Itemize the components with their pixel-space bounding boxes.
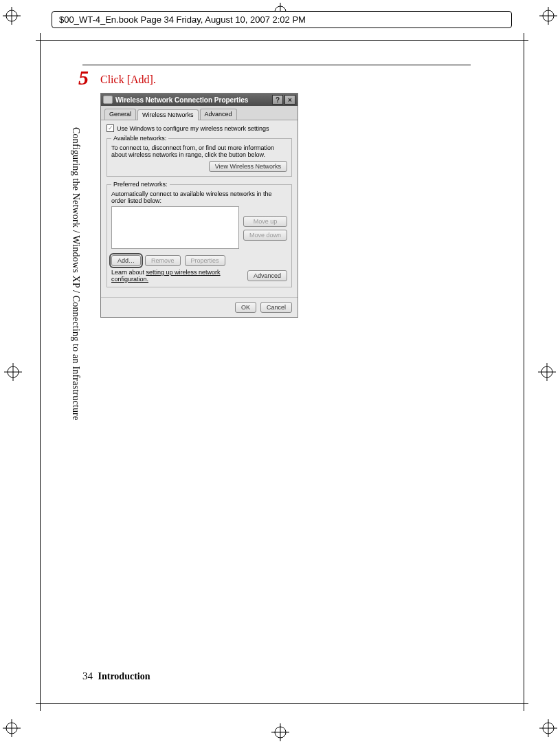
section-title: Introduction — [98, 671, 150, 681]
use-windows-checkbox[interactable]: ✓ — [107, 124, 114, 132]
available-hint: To connect to, disconnect from, or find … — [111, 144, 287, 158]
dialog-footer: OK Cancel — [101, 297, 298, 317]
tabstrip: General Wireless Networks Advanced — [101, 106, 298, 120]
properties-button[interactable]: Properties — [185, 255, 225, 266]
step-number: 5 — [78, 66, 89, 89]
preferred-legend: Preferred networks: — [111, 181, 170, 188]
page-number: 34 — [82, 670, 93, 681]
crop-line — [36, 703, 528, 704]
crop-mark-icon — [539, 7, 557, 25]
tab-wireless-networks[interactable]: Wireless Networks — [137, 109, 199, 120]
step-instruction: Click [Add]. — [100, 74, 156, 86]
cancel-button[interactable]: Cancel — [260, 302, 292, 313]
preferred-hint: Automatically connect to available wirel… — [111, 190, 287, 204]
preferred-networks-group: Preferred networks: Automatically connec… — [107, 181, 292, 287]
dialog-title: Wireless Network Connection Properties — [115, 96, 248, 104]
tab-advanced[interactable]: Advanced — [200, 109, 237, 120]
crop-mark-icon — [539, 719, 557, 737]
wireless-icon — [103, 96, 113, 104]
available-networks-group: Available networks: To connect to, disco… — [107, 135, 292, 177]
view-wireless-networks-button[interactable]: View Wireless Networks — [209, 161, 287, 172]
move-down-button[interactable]: Move down — [243, 230, 287, 241]
remove-button[interactable]: Remove — [145, 255, 181, 266]
learn-text: Learn about setting up wireless network … — [111, 269, 247, 283]
move-up-button[interactable]: Move up — [243, 216, 287, 227]
side-breadcrumb: Configuring the Network / Windows XP / C… — [70, 127, 81, 420]
preferred-networks-listbox[interactable] — [111, 206, 239, 249]
crop-line — [524, 33, 524, 711]
available-legend: Available networks: — [111, 135, 168, 142]
crop-mark-icon — [271, 723, 289, 741]
close-button[interactable]: × — [284, 95, 295, 105]
crop-mark-icon — [538, 363, 556, 381]
crop-mark-icon — [3, 7, 21, 25]
crop-mark-icon — [3, 719, 21, 737]
wireless-properties-dialog: Wireless Network Connection Properties ?… — [100, 93, 298, 318]
dialog-titlebar[interactable]: Wireless Network Connection Properties ?… — [101, 94, 298, 106]
book-header: $00_WT-4_En.book Page 34 Friday, August … — [52, 11, 512, 28]
help-button[interactable]: ? — [272, 95, 283, 105]
page-footer: 34 Introduction — [82, 670, 150, 682]
crop-line — [40, 33, 41, 711]
advanced-button[interactable]: Advanced — [247, 270, 287, 281]
ok-button[interactable]: OK — [235, 302, 256, 313]
tab-general[interactable]: General — [104, 109, 136, 120]
crop-line — [36, 40, 528, 41]
add-button[interactable]: Add… — [111, 255, 141, 266]
use-windows-label: Use Windows to configure my wireless net… — [117, 125, 269, 132]
page-rule — [82, 65, 471, 65]
crop-mark-icon — [4, 363, 22, 381]
dialog-body: ✓ Use Windows to configure my wireless n… — [101, 120, 298, 297]
